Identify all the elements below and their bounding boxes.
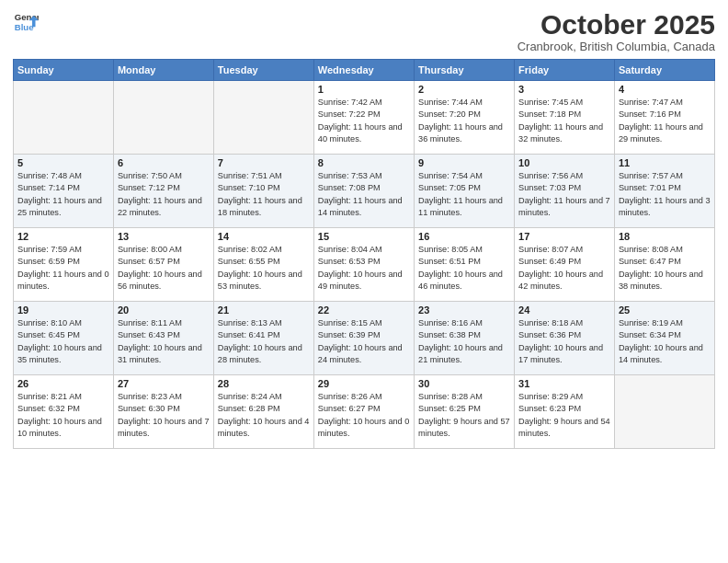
calendar-row-1: 5Sunrise: 7:48 AM Sunset: 7:14 PM Daylig… [14, 155, 715, 228]
calendar-cell: 24Sunrise: 8:18 AM Sunset: 6:36 PM Dayli… [515, 302, 615, 375]
day-number: 28 [218, 378, 310, 389]
day-number: 30 [418, 378, 510, 389]
calendar-cell: 10Sunrise: 7:56 AM Sunset: 7:03 PM Dayli… [515, 155, 615, 228]
day-info: Sunrise: 7:53 AM Sunset: 7:08 PM Dayligh… [318, 170, 410, 219]
day-number: 5 [17, 157, 109, 168]
day-number: 20 [118, 304, 210, 316]
calendar-row-3: 19Sunrise: 8:10 AM Sunset: 6:45 PM Dayli… [14, 302, 715, 375]
day-info: Sunrise: 8:21 AM Sunset: 6:32 PM Dayligh… [17, 391, 109, 440]
calendar-cell: 15Sunrise: 8:04 AM Sunset: 6:53 PM Dayli… [313, 228, 414, 302]
calendar-cell: 21Sunrise: 8:13 AM Sunset: 6:41 PM Dayli… [213, 302, 313, 375]
day-info: Sunrise: 8:13 AM Sunset: 6:41 PM Dayligh… [218, 317, 310, 366]
day-number: 6 [118, 157, 210, 168]
day-info: Sunrise: 7:56 AM Sunset: 7:03 PM Dayligh… [518, 170, 610, 219]
calendar-row-2: 12Sunrise: 7:59 AM Sunset: 6:59 PM Dayli… [14, 228, 715, 302]
day-number: 15 [318, 231, 410, 242]
day-number: 12 [17, 231, 109, 242]
day-number: 7 [218, 157, 310, 168]
calendar-cell: 12Sunrise: 7:59 AM Sunset: 6:59 PM Dayli… [14, 228, 114, 302]
calendar-cell: 30Sunrise: 8:28 AM Sunset: 6:25 PM Dayli… [415, 375, 515, 449]
calendar-cell: 18Sunrise: 8:08 AM Sunset: 6:47 PM Dayli… [614, 228, 714, 302]
calendar-cell: 22Sunrise: 8:15 AM Sunset: 6:39 PM Dayli… [313, 302, 414, 375]
weekday-header-friday: Friday [515, 60, 615, 81]
day-info: Sunrise: 8:28 AM Sunset: 6:25 PM Dayligh… [418, 391, 510, 440]
day-info: Sunrise: 8:19 AM Sunset: 6:34 PM Dayligh… [619, 317, 711, 366]
day-number: 25 [619, 304, 711, 316]
calendar-cell: 31Sunrise: 8:29 AM Sunset: 6:23 PM Dayli… [515, 375, 615, 449]
weekday-header-saturday: Saturday [614, 60, 714, 81]
logo: General Blue [13, 9, 39, 35]
day-number: 4 [619, 84, 711, 95]
calendar-cell: 27Sunrise: 8:23 AM Sunset: 6:30 PM Dayli… [113, 375, 213, 449]
day-number: 11 [619, 157, 711, 168]
calendar-cell: 17Sunrise: 8:07 AM Sunset: 6:49 PM Dayli… [515, 228, 615, 302]
day-info: Sunrise: 8:26 AM Sunset: 6:27 PM Dayligh… [318, 391, 410, 440]
calendar-cell: 28Sunrise: 8:24 AM Sunset: 6:28 PM Dayli… [213, 375, 313, 449]
calendar-table: SundayMondayTuesdayWednesdayThursdayFrid… [13, 59, 715, 449]
day-number: 16 [418, 231, 510, 242]
calendar-cell: 20Sunrise: 8:11 AM Sunset: 6:43 PM Dayli… [113, 302, 213, 375]
calendar-cell: 9Sunrise: 7:54 AM Sunset: 7:05 PM Daylig… [415, 155, 515, 228]
day-number: 19 [17, 304, 109, 316]
month-title: October 2025 [518, 9, 715, 40]
calendar-cell: 14Sunrise: 8:02 AM Sunset: 6:55 PM Dayli… [213, 228, 313, 302]
weekday-header-row: SundayMondayTuesdayWednesdayThursdayFrid… [14, 60, 715, 81]
day-info: Sunrise: 7:51 AM Sunset: 7:10 PM Dayligh… [218, 170, 310, 219]
day-info: Sunrise: 8:29 AM Sunset: 6:23 PM Dayligh… [518, 391, 610, 440]
calendar-cell [14, 81, 114, 155]
calendar-cell: 8Sunrise: 7:53 AM Sunset: 7:08 PM Daylig… [313, 155, 414, 228]
calendar-cell: 7Sunrise: 7:51 AM Sunset: 7:10 PM Daylig… [213, 155, 313, 228]
calendar-cell [614, 375, 714, 449]
day-info: Sunrise: 8:00 AM Sunset: 6:57 PM Dayligh… [118, 244, 210, 293]
weekday-header-thursday: Thursday [415, 60, 515, 81]
day-info: Sunrise: 8:15 AM Sunset: 6:39 PM Dayligh… [318, 317, 410, 366]
day-info: Sunrise: 7:54 AM Sunset: 7:05 PM Dayligh… [418, 170, 510, 219]
day-info: Sunrise: 7:44 AM Sunset: 7:20 PM Dayligh… [418, 97, 510, 145]
day-number: 9 [418, 157, 510, 168]
day-info: Sunrise: 8:10 AM Sunset: 6:45 PM Dayligh… [17, 317, 109, 366]
calendar-cell: 6Sunrise: 7:50 AM Sunset: 7:12 PM Daylig… [113, 155, 213, 228]
day-info: Sunrise: 7:48 AM Sunset: 7:14 PM Dayligh… [17, 170, 109, 219]
weekday-header-monday: Monday [113, 60, 213, 81]
day-info: Sunrise: 7:50 AM Sunset: 7:12 PM Dayligh… [118, 170, 210, 219]
calendar-cell: 23Sunrise: 8:16 AM Sunset: 6:38 PM Dayli… [415, 302, 515, 375]
weekday-header-tuesday: Tuesday [213, 60, 313, 81]
calendar-cell: 13Sunrise: 8:00 AM Sunset: 6:57 PM Dayli… [113, 228, 213, 302]
day-info: Sunrise: 7:47 AM Sunset: 7:16 PM Dayligh… [619, 97, 711, 145]
day-number: 17 [518, 231, 610, 242]
svg-text:Blue: Blue [15, 22, 34, 32]
day-info: Sunrise: 8:08 AM Sunset: 6:47 PM Dayligh… [619, 244, 711, 293]
day-number: 10 [518, 157, 610, 168]
day-info: Sunrise: 8:04 AM Sunset: 6:53 PM Dayligh… [318, 244, 410, 293]
calendar-cell: 19Sunrise: 8:10 AM Sunset: 6:45 PM Dayli… [14, 302, 114, 375]
calendar-cell: 26Sunrise: 8:21 AM Sunset: 6:32 PM Dayli… [14, 375, 114, 449]
logo-icon: General Blue [13, 9, 39, 35]
calendar-cell: 3Sunrise: 7:45 AM Sunset: 7:18 PM Daylig… [515, 81, 615, 155]
day-info: Sunrise: 8:23 AM Sunset: 6:30 PM Dayligh… [118, 391, 210, 440]
day-info: Sunrise: 8:18 AM Sunset: 6:36 PM Dayligh… [518, 317, 610, 366]
day-number: 22 [318, 304, 410, 316]
calendar-cell: 16Sunrise: 8:05 AM Sunset: 6:51 PM Dayli… [415, 228, 515, 302]
day-info: Sunrise: 8:24 AM Sunset: 6:28 PM Dayligh… [218, 391, 310, 440]
calendar-cell: 11Sunrise: 7:57 AM Sunset: 7:01 PM Dayli… [614, 155, 714, 228]
location: Cranbrook, British Columbia, Canada [518, 40, 715, 53]
day-number: 18 [619, 231, 711, 242]
day-number: 2 [418, 84, 510, 95]
day-info: Sunrise: 8:16 AM Sunset: 6:38 PM Dayligh… [418, 317, 510, 366]
day-number: 1 [318, 84, 410, 95]
calendar-cell: 5Sunrise: 7:48 AM Sunset: 7:14 PM Daylig… [14, 155, 114, 228]
day-info: Sunrise: 7:57 AM Sunset: 7:01 PM Dayligh… [619, 170, 711, 219]
day-info: Sunrise: 8:11 AM Sunset: 6:43 PM Dayligh… [118, 317, 210, 366]
day-info: Sunrise: 7:45 AM Sunset: 7:18 PM Dayligh… [518, 97, 610, 145]
day-number: 21 [218, 304, 310, 316]
title-block: October 2025 Cranbrook, British Columbia… [518, 9, 715, 53]
day-number: 27 [118, 378, 210, 389]
day-info: Sunrise: 7:59 AM Sunset: 6:59 PM Dayligh… [17, 244, 109, 293]
day-number: 23 [418, 304, 510, 316]
page: General Blue October 2025 Cranbrook, Bri… [0, 0, 728, 563]
weekday-header-sunday: Sunday [14, 60, 114, 81]
calendar-cell [213, 81, 313, 155]
day-number: 8 [318, 157, 410, 168]
day-number: 3 [518, 84, 610, 95]
calendar-cell: 25Sunrise: 8:19 AM Sunset: 6:34 PM Dayli… [614, 302, 714, 375]
